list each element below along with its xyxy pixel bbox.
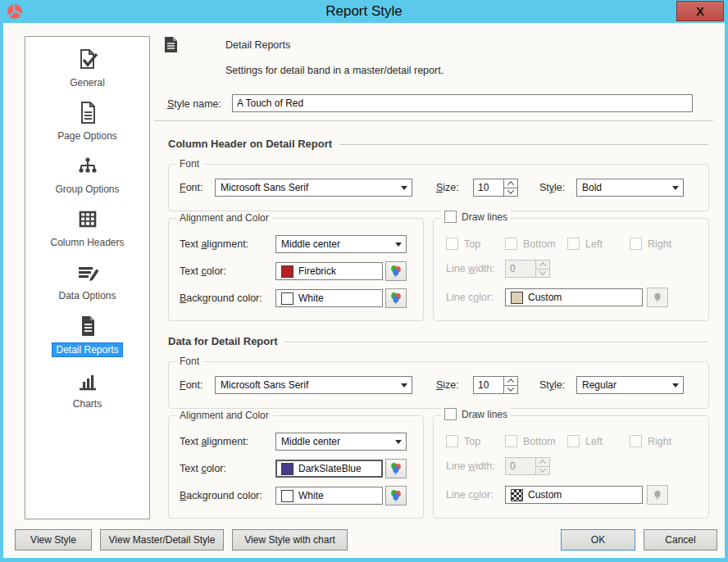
charts-icon (75, 366, 101, 394)
report-style-dialog: Report Style X General (0, 0, 728, 562)
side-bottom-label: Bottom (523, 436, 556, 447)
color-swatch (281, 265, 293, 278)
color-picker-button[interactable] (385, 261, 407, 281)
background-color-label: Background color: (180, 490, 275, 501)
style-label: Style: (539, 182, 576, 193)
data-options-icon (75, 258, 101, 286)
cancel-button[interactable]: Cancel (644, 529, 717, 551)
page-header-icon (164, 36, 178, 57)
balloon-disabled-icon (651, 488, 664, 501)
sidebar-item-label: General (66, 76, 108, 89)
font-family-select[interactable]: Microsoft Sans Serif (215, 376, 412, 394)
line-color-label: Line color: (446, 489, 505, 501)
sidebar-item-label: Charts (70, 397, 105, 410)
background-color-combo[interactable]: White (275, 487, 383, 505)
line-width-spinner: 0 (505, 457, 550, 475)
font-family-select[interactable]: Microsoft Sans Serif (215, 179, 412, 197)
line-width-label: Line width: (446, 460, 505, 472)
page-description: Settings for detail band in a master/det… (225, 65, 444, 76)
close-button[interactable]: X (676, 1, 724, 21)
text-color-combo[interactable]: DarkSlateBlue (275, 460, 383, 478)
section-title-data: Data for Detail Report (168, 335, 708, 347)
sidebar-item-column-headers[interactable]: Column Headers (25, 205, 149, 249)
style-label: Style: (539, 379, 576, 391)
dialog-content: General Page Options (3, 23, 725, 558)
side-bottom-label: Bottom (523, 238, 556, 250)
font-style-select[interactable]: Bold (576, 179, 684, 197)
draw-lines-checkbox[interactable] (444, 408, 457, 420)
view-style-with-chart-button[interactable]: View Style with chart (232, 529, 348, 551)
color-picker-button[interactable] (385, 288, 407, 308)
titlebar: Report Style X (0, 0, 728, 23)
size-label: Size: (436, 379, 473, 391)
sidebar-item-group-options[interactable]: Group Options (25, 152, 149, 196)
sidebar-item-page-options[interactable]: Page Options (25, 98, 149, 143)
side-top-checkbox (446, 435, 458, 447)
line-width-label: Line width: (446, 263, 505, 274)
font-group-label: Font (176, 356, 202, 367)
chevron-down-icon (668, 179, 683, 196)
sidebar-item-detail-reports[interactable]: Detail Reports (25, 311, 149, 357)
side-left-label: Left (585, 238, 603, 250)
text-alignment-select[interactable]: Middle center (275, 235, 407, 253)
font-group-data: Font Font: Microsoft Sans Serif Size: 10… (168, 361, 709, 409)
spin-down-button[interactable] (504, 188, 517, 197)
chevron-down-icon (391, 433, 406, 450)
text-color-label: Text color: (180, 265, 275, 277)
text-alignment-label: Text alignment: (180, 436, 275, 447)
balloon-disabled-icon (651, 291, 664, 304)
sidebar-item-data-options[interactable]: Data Options (25, 258, 149, 302)
color-picker-button[interactable] (385, 486, 407, 505)
view-style-button[interactable]: View Style (15, 529, 92, 551)
side-top-label: Top (464, 436, 480, 447)
separator (154, 120, 713, 122)
page-options-icon (75, 98, 101, 126)
text-alignment-label: Text alignment: (180, 238, 275, 250)
color-swatch (281, 292, 293, 305)
side-top-checkbox (446, 238, 458, 250)
background-color-label: Background color: (180, 292, 275, 304)
chevron-down-icon (391, 236, 406, 252)
background-color-combo[interactable]: White (275, 289, 383, 307)
alignment-group-label: Alignment and Color (176, 410, 272, 421)
general-icon (75, 45, 101, 73)
draw-lines-checkbox[interactable] (444, 211, 457, 223)
color-picker-button[interactable] (385, 459, 407, 478)
sidebar-item-label: Column Headers (47, 236, 127, 249)
font-style-select[interactable]: Regular (576, 376, 684, 394)
color-swatch (281, 463, 293, 475)
color-picker-button (647, 485, 668, 505)
page-title: Detail Reports (225, 39, 290, 51)
text-alignment-select[interactable]: Middle center (275, 433, 407, 451)
color-swatch (511, 292, 523, 304)
side-top-label: Top (464, 238, 480, 250)
spin-down-button[interactable] (504, 386, 517, 394)
sidebar-item-charts[interactable]: Charts (25, 366, 149, 410)
ok-button[interactable]: OK (561, 529, 635, 551)
size-label: Size: (436, 182, 473, 193)
line-color-combo[interactable]: Custom (505, 288, 643, 306)
side-right-checkbox (630, 238, 642, 250)
font-group-column-header: Font Font: Microsoft Sans Serif Size: 10… (168, 164, 709, 211)
side-left-checkbox (567, 238, 580, 250)
balloons-icon (389, 292, 403, 305)
text-color-combo[interactable]: Firebrick (275, 262, 383, 280)
sidebar-item-general[interactable]: General (25, 45, 149, 89)
section-title-column-header: Column Header on Detail Report (168, 138, 708, 150)
color-swatch (281, 490, 293, 502)
detail-reports-icon (75, 311, 101, 339)
draw-lines-label: Draw lines (462, 211, 507, 223)
window-title: Report Style (0, 3, 728, 20)
side-left-label: Left (585, 436, 603, 447)
style-name-input[interactable] (232, 94, 693, 112)
font-group-label: Font (176, 158, 202, 170)
draw-lines-label: Draw lines (462, 409, 507, 420)
font-size-spinner[interactable]: 10 (473, 179, 518, 197)
view-master-detail-style-button[interactable]: View Master/Detail Style (100, 529, 224, 551)
font-size-spinner[interactable]: 10 (473, 376, 518, 394)
side-bottom-checkbox (505, 435, 517, 447)
line-color-combo[interactable]: Custom (505, 486, 643, 504)
sidebar-item-label: Page Options (54, 129, 121, 143)
draw-lines-group-data: Draw lines Top Bottom Left Right Line wi… (433, 415, 709, 519)
group-options-icon (75, 152, 101, 179)
